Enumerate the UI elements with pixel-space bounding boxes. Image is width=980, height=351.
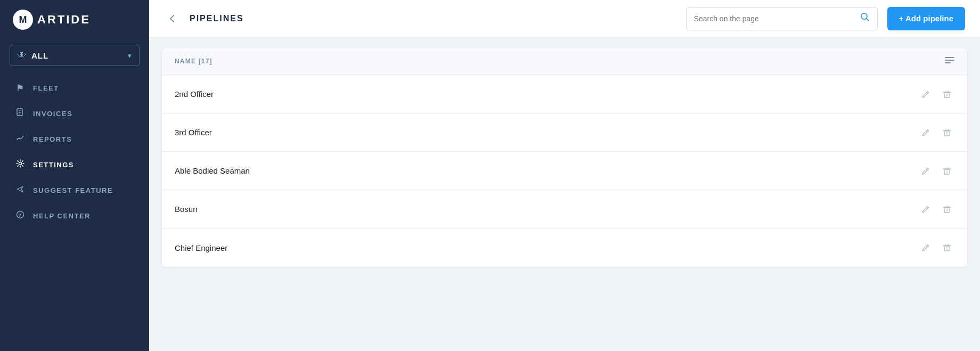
suggest-feature-icon bbox=[15, 185, 26, 195]
sidebar-item-suggest-feature[interactable]: SUGGEST FEATURE bbox=[0, 177, 149, 203]
eye-icon: 👁 bbox=[18, 51, 26, 60]
row-actions bbox=[918, 203, 954, 216]
svg-line-31 bbox=[927, 207, 928, 208]
delete-button[interactable] bbox=[940, 203, 954, 216]
sidebar-item-reports[interactable]: REPORTS bbox=[0, 126, 149, 152]
pipeline-name: 3rd Officer bbox=[175, 128, 918, 137]
svg-line-19 bbox=[927, 130, 928, 132]
page-title: PIPELINES bbox=[190, 14, 676, 23]
logo-icon: M bbox=[13, 10, 33, 30]
filter-icon[interactable] bbox=[945, 56, 954, 66]
edit-button[interactable] bbox=[918, 203, 933, 216]
delete-button[interactable] bbox=[940, 241, 954, 254]
invoices-icon bbox=[15, 108, 26, 119]
row-actions bbox=[918, 88, 954, 101]
main-area: PIPELINES + Add pipeline NAME [17] bbox=[149, 0, 980, 351]
table-row: Chief Engineer bbox=[162, 228, 967, 267]
pipelines-table: NAME [17] 2nd Officer bbox=[162, 48, 967, 267]
svg-line-25 bbox=[927, 169, 928, 170]
search-icon bbox=[860, 12, 870, 25]
header: PIPELINES + Add pipeline bbox=[149, 0, 980, 37]
sidebar-nav: ⚑ FLEET INVOICES REPORTS bbox=[0, 76, 149, 228]
reports-icon bbox=[15, 134, 26, 144]
svg-line-13 bbox=[927, 92, 928, 93]
row-actions bbox=[918, 126, 954, 139]
table-header: NAME [17] bbox=[162, 48, 967, 75]
sidebar-item-invoices[interactable]: INVOICES bbox=[0, 101, 149, 126]
table-row: Able Bodied Seaman bbox=[162, 152, 967, 190]
pipeline-name: 2nd Officer bbox=[175, 89, 918, 99]
pipeline-name: Able Bodied Seaman bbox=[175, 166, 918, 175]
row-actions bbox=[918, 241, 954, 254]
edit-button[interactable] bbox=[918, 88, 933, 101]
sidebar: M ARTIDE 👁 ALL ▾ ⚑ FLEET INVOICES bbox=[0, 0, 149, 351]
row-actions bbox=[918, 165, 954, 177]
sidebar-item-help-center[interactable]: ? HELP CENTER bbox=[0, 203, 149, 228]
chevron-down-icon: ▾ bbox=[128, 52, 132, 60]
table-row: 3rd Officer bbox=[162, 113, 967, 152]
dropdown-label: ALL bbox=[31, 51, 123, 60]
delete-button[interactable] bbox=[940, 88, 954, 101]
add-pipeline-button[interactable]: + Add pipeline bbox=[887, 7, 965, 30]
edit-button[interactable] bbox=[918, 241, 933, 254]
settings-icon bbox=[15, 159, 26, 170]
search-input[interactable] bbox=[694, 14, 856, 23]
logo: M ARTIDE bbox=[0, 0, 149, 39]
sidebar-item-help-label: HELP CENTER bbox=[33, 212, 91, 220]
svg-point-5 bbox=[19, 162, 22, 165]
svg-line-9 bbox=[866, 19, 869, 21]
svg-point-4 bbox=[19, 138, 20, 139]
edit-button[interactable] bbox=[918, 165, 933, 177]
content-area: NAME [17] 2nd Officer bbox=[149, 37, 980, 351]
sidebar-item-settings[interactable]: SETTINGS bbox=[0, 152, 149, 177]
delete-button[interactable] bbox=[940, 126, 954, 139]
table-row: 2nd Officer bbox=[162, 75, 967, 113]
column-header-name: NAME [17] bbox=[175, 58, 940, 65]
back-button[interactable] bbox=[164, 11, 180, 27]
table-row: Bosun bbox=[162, 190, 967, 228]
pipeline-name: Bosun bbox=[175, 205, 918, 214]
all-dropdown[interactable]: 👁 ALL ▾ bbox=[10, 45, 140, 66]
delete-button[interactable] bbox=[940, 165, 954, 177]
sidebar-item-settings-label: SETTINGS bbox=[33, 161, 74, 169]
help-icon: ? bbox=[15, 210, 26, 221]
logo-text: ARTIDE bbox=[37, 13, 91, 27]
search-box bbox=[686, 7, 878, 30]
svg-text:?: ? bbox=[19, 213, 22, 218]
sidebar-item-invoices-label: INVOICES bbox=[33, 110, 72, 118]
svg-line-37 bbox=[927, 246, 928, 247]
sidebar-item-reports-label: REPORTS bbox=[33, 135, 72, 143]
fleet-icon: ⚑ bbox=[15, 83, 26, 93]
edit-button[interactable] bbox=[918, 126, 933, 139]
pipeline-name: Chief Engineer bbox=[175, 243, 918, 252]
sidebar-item-fleet[interactable]: ⚑ FLEET bbox=[0, 76, 149, 101]
sidebar-item-fleet-label: FLEET bbox=[33, 84, 59, 92]
sidebar-item-suggest-label: SUGGEST FEATURE bbox=[33, 186, 113, 194]
